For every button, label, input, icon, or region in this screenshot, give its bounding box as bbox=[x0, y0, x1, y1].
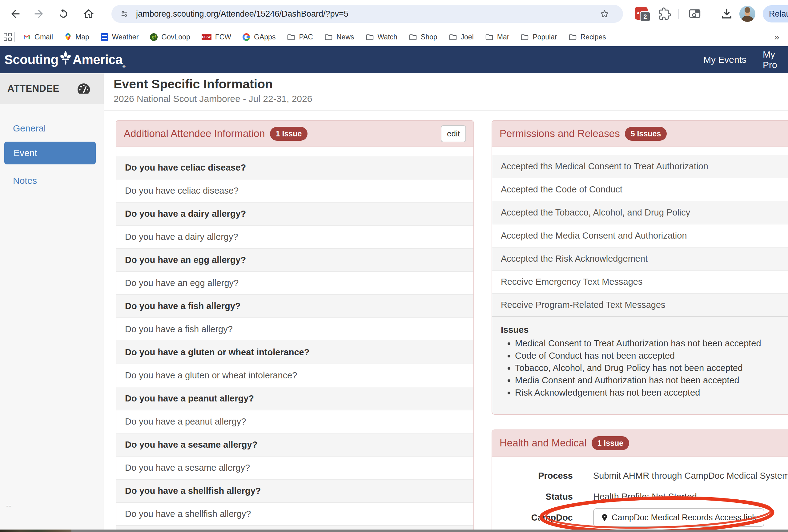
permission-text: Receive Emergency Text Messages bbox=[501, 277, 643, 287]
permission-text: Accepted the Code of Conduct bbox=[501, 184, 623, 195]
bookmark-label: Shop bbox=[421, 33, 437, 41]
sidebar-item-general[interactable]: General bbox=[13, 123, 104, 134]
reload-icon[interactable] bbox=[57, 8, 70, 20]
table-row: Do you have a sesame allergy? bbox=[116, 456, 473, 479]
question-text: Do you have a peanut allergy? bbox=[125, 417, 246, 427]
scouting-america-logo[interactable]: Scouting America ® bbox=[4, 46, 125, 73]
health-fields: Process Submit AHMR through CampDoc Medi… bbox=[492, 457, 788, 527]
bookmark-label: Watch bbox=[378, 33, 397, 41]
permission-text: Receive Program-Related Text Messages bbox=[501, 300, 666, 310]
field-value: Health Profile: Not Started bbox=[593, 492, 697, 502]
bookmark-label: News bbox=[336, 33, 354, 41]
bookmark-label: Recipes bbox=[580, 33, 606, 41]
nav-my-events[interactable]: My Events bbox=[703, 46, 746, 73]
bookmark-govloop[interactable]: gl GovLoop bbox=[150, 33, 190, 41]
question-text: Do you have a shellfish allergy? bbox=[125, 486, 261, 496]
table-row: Do you have a gluten or wheat intoleranc… bbox=[116, 340, 473, 363]
question-text: Do you have a gluten or wheat intoleranc… bbox=[125, 347, 309, 357]
gmail-icon bbox=[23, 33, 31, 41]
edit-button[interactable]: edit bbox=[441, 125, 466, 142]
permission-text: Accepted the Media Consent and Authoriza… bbox=[501, 231, 687, 241]
bookmark-map[interactable]: Map bbox=[64, 33, 89, 41]
bookmark-label: Joel bbox=[461, 33, 474, 41]
back-icon[interactable] bbox=[9, 8, 22, 20]
fleur-de-lis-icon bbox=[59, 50, 72, 69]
bookmark-folder-popular[interactable]: Popular bbox=[520, 33, 557, 41]
extensions-icon[interactable] bbox=[658, 7, 671, 22]
forward-icon[interactable] bbox=[33, 8, 45, 20]
bookmark-folder-recipes[interactable]: Recipes bbox=[569, 33, 606, 41]
folder-icon bbox=[520, 33, 529, 41]
field-row: Process Submit AHMR through CampDoc Medi… bbox=[492, 466, 788, 486]
sidebar-footnote: -- bbox=[6, 501, 12, 510]
bookmark-folder-pac[interactable]: PAC bbox=[287, 33, 313, 41]
folder-icon bbox=[324, 33, 333, 41]
table-row: Accepted the Media Consent and Authoriza… bbox=[492, 224, 788, 247]
nav-my-profile[interactable]: My Pro bbox=[763, 46, 788, 73]
home-icon[interactable] bbox=[82, 8, 95, 20]
campdoc-access-link-button[interactable]: CampDoc Medical Records Access link bbox=[593, 508, 764, 527]
table-row: Do you have a shellfish allergy? bbox=[116, 479, 473, 502]
bookmark-weather[interactable]: Weather bbox=[101, 33, 139, 41]
brand-registered-mark: ® bbox=[122, 64, 125, 69]
background-window-strip bbox=[0, 530, 788, 532]
table-row: Do you have a fish allergy? bbox=[116, 294, 473, 317]
panel-title: Health and Medical bbox=[499, 437, 587, 449]
site-settings-icon[interactable] bbox=[120, 9, 129, 18]
sidebar-item-label: Event bbox=[14, 148, 37, 158]
folder-icon bbox=[409, 33, 417, 41]
password-extension-icon[interactable]: 2 bbox=[635, 7, 648, 20]
browser-toolbar: jamboreg.scouting.org/Attendee/15246/Das… bbox=[0, 0, 788, 28]
panel-title: Additional Attendee Information bbox=[124, 128, 265, 139]
question-text: Do you have a sesame allergy? bbox=[125, 463, 250, 473]
field-label: Status bbox=[492, 492, 573, 502]
bookmarks-overflow-icon[interactable]: » bbox=[774, 32, 780, 42]
page-title: Event Specific Information bbox=[114, 77, 273, 92]
bookmark-star-icon[interactable] bbox=[599, 9, 609, 20]
question-text: Do you have a fish allergy? bbox=[125, 301, 241, 311]
additional-attendee-info-panel: Additional Attendee Information 1 Issue … bbox=[116, 120, 474, 532]
relaunch-label: Relau bbox=[769, 9, 788, 19]
table-row: Receive Program-Related Text Messages bbox=[492, 293, 788, 316]
table-row: Do you have an egg allergy? bbox=[116, 248, 473, 271]
bookmark-folder-shop[interactable]: Shop bbox=[409, 33, 437, 41]
profile-avatar[interactable] bbox=[740, 6, 755, 22]
table-row: Accepted ths Medical Consent to Treat Au… bbox=[492, 155, 788, 178]
table-row: Do you have celiac disease? bbox=[116, 179, 473, 202]
relaunch-button[interactable]: Relau bbox=[763, 5, 788, 22]
main-content: Event Specific Information 2026 National… bbox=[104, 73, 788, 532]
bookmark-folder-news[interactable]: News bbox=[324, 33, 354, 41]
title-divider bbox=[104, 110, 788, 111]
bookmark-folder-watch[interactable]: Watch bbox=[366, 33, 397, 41]
bookmark-label: GApps bbox=[254, 33, 275, 41]
table-row: Do you have celiac disease? bbox=[116, 156, 473, 179]
table-row: Do you have a fish allergy? bbox=[116, 317, 473, 340]
bookmark-fcw[interactable]: FCW FCW bbox=[202, 33, 231, 41]
bookmark-label: Weather bbox=[112, 33, 139, 41]
question-text: Do you have celiac disease? bbox=[125, 186, 239, 196]
bookmarks-bar: Gmail Map Weather gl GovLoop FCW FCW GAp… bbox=[0, 28, 788, 46]
bookmark-label: GovLoop bbox=[161, 33, 190, 41]
bookmark-gmail[interactable]: Gmail bbox=[23, 33, 53, 41]
toolbar-divider bbox=[678, 9, 679, 19]
address-bar[interactable]: jamboreg.scouting.org/Attendee/15246/Das… bbox=[112, 5, 623, 23]
apps-grid-icon[interactable] bbox=[4, 33, 12, 41]
downloads-icon[interactable] bbox=[720, 7, 733, 22]
field-row: CampDoc CampDoc Medical Records Access l… bbox=[492, 508, 788, 527]
bookmark-folder-joel[interactable]: Joel bbox=[449, 33, 474, 41]
sidebar-item-notes[interactable]: Notes bbox=[13, 176, 104, 186]
search-tabs-icon[interactable] bbox=[688, 7, 701, 22]
url-text[interactable]: jamboreg.scouting.org/Attendee/15246/Das… bbox=[136, 9, 349, 19]
bookmark-label: Mar bbox=[497, 33, 509, 41]
question-text: Do you have a shellfish allergy? bbox=[125, 509, 251, 519]
question-text: Do you have a peanut allergy? bbox=[125, 393, 254, 403]
issues-heading: Issues bbox=[501, 325, 788, 335]
table-row: Do you have a peanut allergy? bbox=[116, 387, 473, 410]
bookmark-folder-mar[interactable]: Mar bbox=[485, 33, 509, 41]
toolbar-right: 2 Relau bbox=[628, 0, 788, 28]
page-subtitle: 2026 National Scout Jamboree - Jul 22-31… bbox=[114, 94, 312, 104]
sidebar-item-event[interactable]: Event bbox=[4, 142, 96, 164]
sidebar-title: ATTENDEE bbox=[7, 83, 59, 94]
campdoc-button-label: CampDoc Medical Records Access link bbox=[612, 513, 756, 523]
bookmark-gapps[interactable]: GApps bbox=[242, 33, 275, 41]
